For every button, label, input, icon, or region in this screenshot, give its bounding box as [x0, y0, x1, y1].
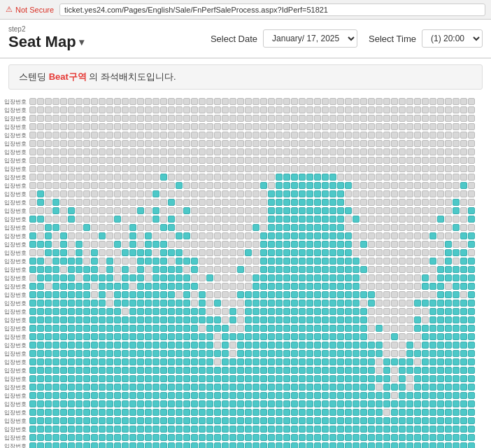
seat-available[interactable] — [276, 333, 283, 340]
seat-available[interactable] — [60, 375, 67, 382]
seat-available[interactable] — [206, 417, 213, 424]
seat-available[interactable] — [106, 400, 113, 407]
seat-available[interactable] — [468, 207, 475, 214]
seat-available[interactable] — [152, 266, 159, 273]
seat-available[interactable] — [260, 232, 267, 239]
seat-available[interactable] — [283, 375, 290, 382]
seat-available[interactable] — [237, 426, 244, 433]
seat-available[interactable] — [329, 375, 336, 382]
seat-available[interactable] — [299, 216, 306, 223]
seat-available[interactable] — [353, 216, 360, 223]
seat-available[interactable] — [391, 426, 398, 433]
seat-available[interactable] — [360, 384, 367, 391]
seat-available[interactable] — [353, 342, 360, 349]
seat-available[interactable] — [52, 316, 59, 323]
seat-available[interactable] — [176, 342, 183, 349]
seat-available[interactable] — [468, 300, 475, 307]
seat-available[interactable] — [222, 358, 229, 365]
seat-available[interactable] — [283, 384, 290, 391]
seat-available[interactable] — [337, 300, 344, 307]
seat-available[interactable] — [176, 434, 183, 441]
seat-available[interactable] — [52, 249, 59, 256]
seat-available[interactable] — [52, 375, 59, 382]
seat-available[interactable] — [152, 400, 159, 407]
seat-available[interactable] — [122, 316, 129, 323]
seat-available[interactable] — [168, 434, 175, 441]
seat-available[interactable] — [322, 426, 329, 433]
seat-available[interactable] — [353, 367, 360, 374]
seat-available[interactable] — [414, 316, 421, 323]
seat-available[interactable] — [314, 392, 321, 399]
seat-available[interactable] — [268, 232, 275, 239]
seat-available[interactable] — [329, 258, 336, 265]
seat-available[interactable] — [283, 400, 290, 407]
seat-available[interactable] — [322, 333, 329, 340]
seat-available[interactable] — [437, 308, 444, 315]
seat-available[interactable] — [460, 316, 467, 323]
seat-available[interactable] — [145, 384, 152, 391]
seat-available[interactable] — [114, 333, 121, 340]
seat-available[interactable] — [276, 207, 283, 214]
seat-available[interactable] — [37, 375, 44, 382]
seat-available[interactable] — [460, 392, 467, 399]
seat-available[interactable] — [429, 375, 436, 382]
seat-available[interactable] — [152, 442, 159, 448]
seat-available[interactable] — [122, 300, 129, 307]
seat-available[interactable] — [106, 258, 113, 265]
seat-available[interactable] — [152, 216, 159, 223]
seat-available[interactable] — [353, 392, 360, 399]
seat-available[interactable] — [222, 426, 229, 433]
seat-available[interactable] — [291, 308, 298, 315]
seat-available[interactable] — [306, 258, 313, 265]
seat-available[interactable] — [76, 350, 83, 357]
seat-available[interactable] — [291, 350, 298, 357]
seat-available[interactable] — [360, 308, 367, 315]
seat-available[interactable] — [445, 434, 452, 441]
seat-available[interactable] — [37, 199, 44, 206]
seat-available[interactable] — [229, 316, 236, 323]
seat-available[interactable] — [460, 384, 467, 391]
seat-available[interactable] — [376, 325, 383, 332]
seat-available[interactable] — [91, 249, 98, 256]
seat-available[interactable] — [199, 333, 206, 340]
seat-available[interactable] — [306, 266, 313, 273]
seat-available[interactable] — [460, 308, 467, 315]
seat-available[interactable] — [199, 342, 206, 349]
seat-available[interactable] — [453, 409, 460, 416]
seat-available[interactable] — [260, 291, 267, 298]
seat-available[interactable] — [337, 434, 344, 441]
seat-available[interactable] — [122, 442, 129, 448]
seat-available[interactable] — [76, 442, 83, 448]
seat-available[interactable] — [322, 174, 329, 181]
seat-available[interactable] — [122, 375, 129, 382]
seat-available[interactable] — [137, 316, 144, 323]
seat-available[interactable] — [83, 274, 90, 281]
seat-available[interactable] — [245, 375, 252, 382]
seat-available[interactable] — [445, 316, 452, 323]
seat-available[interactable] — [60, 442, 67, 448]
seat-available[interactable] — [368, 442, 375, 448]
seat-available[interactable] — [329, 283, 336, 290]
seat-available[interactable] — [29, 241, 36, 248]
seat-available[interactable] — [129, 300, 136, 307]
seat-available[interactable] — [322, 300, 329, 307]
seat-available[interactable] — [322, 283, 329, 290]
seat-available[interactable] — [429, 392, 436, 399]
seat-available[interactable] — [268, 258, 275, 265]
seat-available[interactable] — [137, 367, 144, 374]
seat-available[interactable] — [329, 249, 336, 256]
seat-available[interactable] — [76, 417, 83, 424]
seat-available[interactable] — [68, 333, 75, 340]
seat-available[interactable] — [414, 442, 421, 448]
seat-available[interactable] — [29, 316, 36, 323]
seat-available[interactable] — [245, 367, 252, 374]
seat-available[interactable] — [214, 367, 221, 374]
seat-available[interactable] — [453, 316, 460, 323]
seat-available[interactable] — [345, 375, 352, 382]
seat-available[interactable] — [45, 224, 52, 231]
seat-available[interactable] — [229, 375, 236, 382]
seat-available[interactable] — [437, 442, 444, 448]
seat-available[interactable] — [152, 274, 159, 281]
seat-available[interactable] — [422, 333, 429, 340]
seat-available[interactable] — [322, 224, 329, 231]
